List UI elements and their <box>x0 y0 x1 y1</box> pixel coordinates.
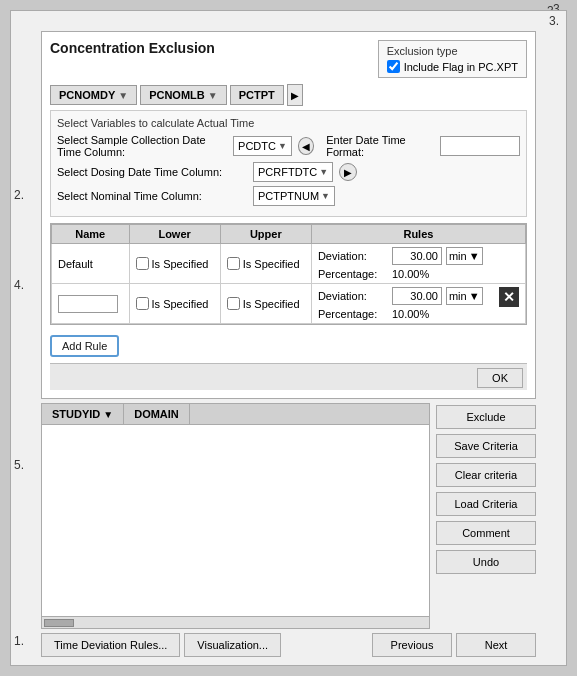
right-buttons-panel: Exclude Save Criteria Clear criteria Loa… <box>436 403 536 629</box>
bottom-toolbar: Time Deviation Rules... Visualization...… <box>41 633 536 657</box>
data-table-header: STUDYID ▼ DOMAIN <box>42 404 429 425</box>
include-flag-row: Include Flag in PC.XPT <box>387 60 518 73</box>
annotation-1: 1. <box>14 634 24 648</box>
filter-icon-studyid: ▼ <box>103 409 113 420</box>
datetime-format-input[interactable] <box>440 136 520 156</box>
col-studyid: STUDYID ▼ <box>42 404 124 424</box>
col-domain: DOMAIN <box>124 404 190 424</box>
row1-percentage-value: 10.00% <box>392 268 429 280</box>
row1-unit-arrow: ▼ <box>469 250 480 262</box>
th-lower: Lower <box>129 225 220 244</box>
row1-lower-checkbox[interactable] <box>136 257 149 270</box>
datetime-format-label: Enter Date Time Format: <box>326 134 434 158</box>
include-flag-label: Include Flag in PC.XPT <box>404 61 518 73</box>
nominal-time-label: Select Nominal Time Column: <box>57 190 247 202</box>
add-rule-row: Add Rule <box>50 329 527 363</box>
visualization-button[interactable]: Visualization... <box>184 633 281 657</box>
row2-rules-inner: Deviation: min ▼ Percentage: <box>318 287 495 320</box>
nominal-time-row: Select Nominal Time Column: PCTPTNUM ▼ <box>57 186 520 206</box>
row1-name-cell: Default <box>52 244 130 284</box>
row1-unit-value: min <box>449 250 467 262</box>
ok-button[interactable]: OK <box>477 368 523 388</box>
dosing-date-row: Select Dosing Date Time Column: PCRFTDTC… <box>57 162 520 182</box>
data-table-area: STUDYID ▼ DOMAIN <box>41 403 430 629</box>
bottom-panel: STUDYID ▼ DOMAIN Exclude Save Criteria C… <box>41 403 536 629</box>
row1-deviation-row: Deviation: min ▼ <box>318 247 519 265</box>
main-container: Concentration Exclusion Exclusion type I… <box>10 10 567 666</box>
row1-upper-specified: Is Specified <box>227 257 305 270</box>
row2-delete-button[interactable]: ✕ <box>499 287 519 307</box>
row2-rules-cell: Deviation: min ▼ Percentage: <box>311 284 525 324</box>
filter-icon-pcnomdy: ▼ <box>118 90 128 101</box>
add-rule-button[interactable]: Add Rule <box>50 335 119 357</box>
row1-upper-label: Is Specified <box>243 258 300 270</box>
clear-criteria-button[interactable]: Clear criteria <box>436 463 536 487</box>
row2-upper-cell: Is Specified <box>220 284 311 324</box>
row2-percentage-value: 10.00% <box>392 308 429 320</box>
row2-upper-specified: Is Specified <box>227 297 305 310</box>
row2-deviation-row: Deviation: min ▼ <box>318 287 495 305</box>
row1-rules-cell: Deviation: min ▼ Percentage: 10.0 <box>311 244 525 284</box>
sample-date-select[interactable]: PCDTC ▼ <box>233 136 292 156</box>
row2-name-input[interactable] <box>58 295 118 313</box>
row1-percentage-row: Percentage: 10.00% <box>318 268 519 280</box>
th-name: Name <box>52 225 130 244</box>
row2-upper-label: Is Specified <box>243 298 300 310</box>
row1-lower-specified: Is Specified <box>136 257 214 270</box>
rules-table-container: Name Lower Upper Rules Default <box>50 223 527 325</box>
nominal-time-arrow: ▼ <box>321 191 330 201</box>
variables-section: Select Variables to calculate Actual Tim… <box>50 110 527 217</box>
annotation-3: 3. <box>549 14 559 28</box>
variables-title: Select Variables to calculate Actual Tim… <box>57 117 520 129</box>
concentration-exclusion-panel: Concentration Exclusion Exclusion type I… <box>41 31 536 399</box>
col-header-pctpt[interactable]: PCTPT <box>230 85 284 105</box>
row1-upper-checkbox[interactable] <box>227 257 240 270</box>
row2-deviation-input[interactable] <box>392 287 442 305</box>
row2-deviation-unit[interactable]: min ▼ <box>446 287 483 305</box>
dosing-date-label: Select Dosing Date Time Column: <box>57 166 247 178</box>
scroll-right-arrow[interactable]: ▶ <box>287 84 303 106</box>
data-table-scrollbar[interactable] <box>42 616 429 628</box>
sample-date-row: Select Sample Collection Date Time Colum… <box>57 134 520 158</box>
sample-date-circle-btn[interactable]: ◀ <box>298 137 314 155</box>
col-header-pcnomlb[interactable]: PCNOMLB ▼ <box>140 85 227 105</box>
row2-percentage-label: Percentage: <box>318 308 388 320</box>
save-criteria-button[interactable]: Save Criteria <box>436 434 536 458</box>
time-deviation-button[interactable]: Time Deviation Rules... <box>41 633 180 657</box>
dosing-date-circle-btn[interactable]: ▶ <box>339 163 357 181</box>
row2-lower-cell: Is Specified <box>129 284 220 324</box>
exclude-button[interactable]: Exclude <box>436 405 536 429</box>
annotation-4: 4. <box>14 278 24 292</box>
toolbar-left: Time Deviation Rules... Visualization... <box>41 633 281 657</box>
row2-rules-wrapper: Deviation: min ▼ Percentage: <box>318 287 519 320</box>
data-table-body <box>42 425 429 616</box>
dosing-date-arrow: ▼ <box>319 167 328 177</box>
row2-deviation-label: Deviation: <box>318 290 388 302</box>
row2-unit-value: min <box>449 290 467 302</box>
panel-header: Concentration Exclusion Exclusion type I… <box>50 40 527 78</box>
previous-button[interactable]: Previous <box>372 633 452 657</box>
load-criteria-button[interactable]: Load Criteria <box>436 492 536 516</box>
row2-upper-checkbox[interactable] <box>227 297 240 310</box>
nominal-time-select[interactable]: PCTPTNUM ▼ <box>253 186 335 206</box>
row1-deviation-unit[interactable]: min ▼ <box>446 247 483 265</box>
row1-lower-cell: Is Specified <box>129 244 220 284</box>
col-header-pcnomdy[interactable]: PCNOMDY ▼ <box>50 85 137 105</box>
exclusion-type-box: Exclusion type Include Flag in PC.XPT <box>378 40 527 78</box>
next-button[interactable]: Next <box>456 633 536 657</box>
row1-lower-label: Is Specified <box>152 258 209 270</box>
comment-button[interactable]: Comment <box>436 521 536 545</box>
scrollbar-thumb[interactable] <box>44 619 74 627</box>
toolbar-right: Previous Next <box>372 633 536 657</box>
include-flag-checkbox[interactable] <box>387 60 400 73</box>
undo-button[interactable]: Undo <box>436 550 536 574</box>
row1-rules-inner: Deviation: min ▼ Percentage: 10.0 <box>318 247 519 280</box>
table-row: Is Specified Is Specified <box>52 284 526 324</box>
row2-lower-checkbox[interactable] <box>136 297 149 310</box>
row1-deviation-input[interactable] <box>392 247 442 265</box>
table-row: Default Is Specified Is Specified <box>52 244 526 284</box>
row2-name-cell <box>52 284 130 324</box>
column-headers-row: PCNOMDY ▼ PCNOMLB ▼ PCTPT ▶ <box>50 84 527 106</box>
dosing-date-select[interactable]: PCRFTDTC ▼ <box>253 162 333 182</box>
row1-name-value: Default <box>58 258 93 270</box>
